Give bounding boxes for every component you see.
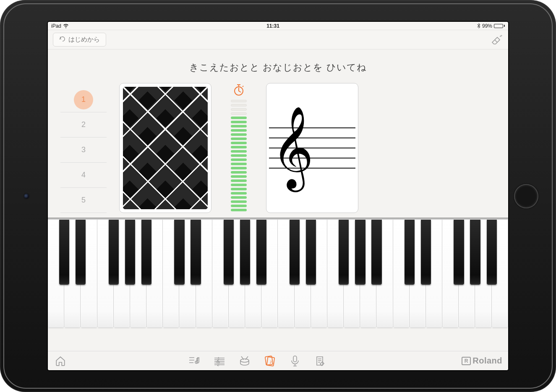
wifi-icon xyxy=(63,23,69,28)
nav-mic-icon[interactable] xyxy=(288,354,302,368)
black-key[interactable] xyxy=(174,220,184,285)
timer-bar xyxy=(231,167,247,169)
content-area: きこえたおとと おなじおとを ひいてね 1 2 3 4 5 xyxy=(48,49,508,351)
black-key[interactable] xyxy=(470,220,480,285)
black-key[interactable] xyxy=(306,220,316,285)
timer-bar xyxy=(231,133,247,136)
svg-text:♪: ♪ xyxy=(269,358,272,365)
black-key[interactable] xyxy=(487,220,497,285)
ipad-frame: iPad 11:31 99% xyxy=(0,0,556,392)
answer-card[interactable]: 𝄞 xyxy=(266,83,358,213)
timer-bars xyxy=(231,100,247,211)
brand-badge: R xyxy=(462,357,471,365)
black-key[interactable] xyxy=(405,220,415,285)
clock: 11:31 xyxy=(266,23,279,29)
timer-bar xyxy=(231,146,247,148)
timer-bar xyxy=(231,154,247,157)
timer-bar xyxy=(231,163,247,165)
black-key[interactable] xyxy=(371,220,381,285)
nav-write-icon[interactable] xyxy=(313,354,327,368)
black-key[interactable] xyxy=(240,220,250,285)
black-key[interactable] xyxy=(125,220,135,285)
timer-bar xyxy=(231,104,247,106)
black-key[interactable] xyxy=(290,220,300,285)
brand-logo: R Roland xyxy=(462,356,502,366)
nav-playlist-icon[interactable] xyxy=(188,354,201,368)
timer-bar xyxy=(231,192,247,195)
black-key[interactable] xyxy=(454,220,464,285)
svg-point-2 xyxy=(240,359,249,362)
step-1[interactable]: 1 xyxy=(60,87,107,112)
question-card[interactable] xyxy=(119,83,211,213)
timer-bar xyxy=(231,158,247,161)
nav-flashcard-icon[interactable]: ♪ xyxy=(263,354,277,368)
black-key[interactable] xyxy=(76,220,86,285)
svg-text:𝄞: 𝄞 xyxy=(216,357,220,366)
timer-bar xyxy=(231,142,247,144)
timer-bar xyxy=(231,171,247,174)
bluetooth-icon xyxy=(477,23,480,29)
timer-bar xyxy=(231,108,247,111)
step-4[interactable]: 4 xyxy=(60,163,107,188)
timer-bar xyxy=(231,125,247,127)
screen: iPad 11:31 99% xyxy=(48,22,508,370)
piano xyxy=(48,217,508,328)
timer-bar xyxy=(231,121,247,123)
battery-percent: 99% xyxy=(482,23,492,29)
step-5[interactable]: 5 xyxy=(60,188,107,213)
timer-bar xyxy=(231,100,247,102)
device-camera xyxy=(24,194,29,199)
nav-score-icon[interactable]: 𝄞 xyxy=(213,354,226,368)
restart-label: はじめから xyxy=(68,36,100,44)
timer-bar xyxy=(231,205,247,207)
step-list: 1 2 3 4 5 xyxy=(60,83,107,213)
timer-bar xyxy=(231,117,247,119)
black-key[interactable] xyxy=(421,220,431,285)
argyle-pattern xyxy=(123,87,208,209)
eraser-button[interactable] xyxy=(489,34,503,46)
black-key[interactable] xyxy=(191,220,201,285)
timer-bar xyxy=(231,209,247,211)
step-3[interactable]: 3 xyxy=(60,138,107,163)
timer-column xyxy=(224,83,253,213)
device-label: iPad xyxy=(51,23,61,29)
stopwatch-icon xyxy=(233,84,244,97)
battery-icon xyxy=(494,24,505,28)
treble-clef-icon: 𝄞 xyxy=(269,126,355,170)
nav-drum-icon[interactable] xyxy=(238,354,251,368)
black-key[interactable] xyxy=(256,220,266,285)
black-key[interactable] xyxy=(339,220,349,285)
timer-bar xyxy=(231,150,247,153)
black-key[interactable] xyxy=(224,220,234,285)
black-key[interactable] xyxy=(59,220,69,285)
bottom-nav: 𝄞 ♪ R Roland xyxy=(48,351,508,370)
black-key[interactable] xyxy=(141,220,151,285)
black-key[interactable] xyxy=(355,220,365,285)
nav-home-icon[interactable] xyxy=(54,354,67,368)
timer-bar xyxy=(231,200,247,203)
top-toolbar: はじめから xyxy=(48,30,508,49)
timer-bar xyxy=(231,184,247,186)
timer-bar xyxy=(231,129,247,132)
timer-bar xyxy=(231,188,247,190)
home-button[interactable] xyxy=(514,184,538,208)
undo-icon xyxy=(59,36,66,44)
black-key[interactable] xyxy=(109,220,119,285)
game-row: 1 2 3 4 5 xyxy=(48,83,508,217)
timer-bar xyxy=(231,179,247,182)
timer-bar xyxy=(231,196,247,199)
timer-bar xyxy=(231,112,247,115)
timer-bar xyxy=(231,138,247,140)
timer-bar xyxy=(231,175,247,178)
status-bar: iPad 11:31 99% xyxy=(48,22,508,30)
restart-button[interactable]: はじめから xyxy=(53,33,106,47)
step-2[interactable]: 2 xyxy=(60,112,107,138)
brand-name: Roland xyxy=(472,356,502,366)
svg-rect-6 xyxy=(293,356,297,362)
instruction-text: きこえたおとと おなじおとを ひいてね xyxy=(48,49,508,83)
